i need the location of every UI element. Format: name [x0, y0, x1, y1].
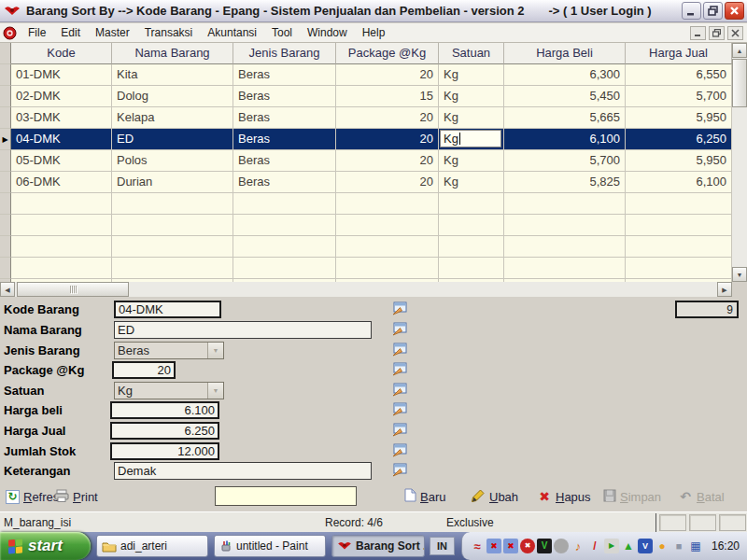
satuan-combobox[interactable]: Kg▼ — [114, 382, 224, 399]
shield-v-icon[interactable]: V — [638, 539, 653, 553]
form-zoom-icon[interactable] — [392, 343, 408, 357]
menu-item-edit[interactable]: Edit — [53, 24, 88, 41]
minimize-button[interactable] — [682, 2, 701, 20]
horizontal-scrollbar[interactable]: ◀ ▶ — [0, 282, 732, 297]
horizontal-scroll-thumb[interactable] — [17, 282, 129, 297]
menu-item-help[interactable]: Help — [355, 24, 393, 41]
column-header-kode[interactable]: Kode — [11, 43, 112, 64]
grid-cell[interactable]: Beras — [233, 150, 336, 172]
grid-empty-cell[interactable] — [112, 236, 233, 258]
filter-input[interactable] — [215, 486, 357, 506]
grid-cell[interactable]: 5,950 — [626, 107, 732, 129]
security-alert-icon[interactable]: ✖ — [520, 539, 535, 553]
grid-cell[interactable]: 02-DMK — [11, 86, 112, 107]
print-button[interactable]: Print — [54, 487, 98, 506]
grid-cell[interactable]: Beras — [233, 129, 336, 150]
taskbar-task-untitled-paint[interactable]: untitled - Paint — [214, 535, 326, 557]
start-button[interactable]: start — [0, 532, 91, 560]
grid-cell[interactable]: 6,100 — [504, 129, 626, 150]
form-zoom-icon[interactable] — [392, 322, 408, 337]
muted-device-icon[interactable] — [554, 539, 569, 553]
network-offline-icon[interactable]: ✖ — [486, 539, 501, 553]
grid-cell[interactable]: Polos — [112, 150, 233, 172]
grid-cell[interactable]: 20 — [336, 107, 439, 129]
grid-empty-cell[interactable] — [439, 236, 504, 258]
grid-cell[interactable]: Kg — [439, 172, 504, 193]
ubah-button[interactable]: Ubah — [472, 487, 518, 506]
form-zoom-icon[interactable] — [392, 301, 408, 316]
grid-empty-cell[interactable] — [439, 215, 504, 236]
grid-cell[interactable]: Kg — [439, 107, 504, 129]
vertical-scrollbar[interactable]: ▲ ▼ — [732, 43, 747, 282]
hapus-button[interactable]: ✖Hapus — [537, 487, 591, 506]
grid-empty-cell[interactable] — [626, 215, 732, 236]
mdi-restore-icon[interactable] — [709, 26, 725, 40]
scheduler-icon[interactable]: ▦ — [688, 539, 703, 553]
grid-cell[interactable]: 5,665 — [504, 107, 626, 129]
grid-empty-cell[interactable] — [112, 258, 233, 279]
grid-cell[interactable]: Beras — [233, 107, 336, 129]
form-zoom-icon[interactable] — [392, 443, 408, 458]
menu-item-transaksi[interactable]: Transaksi — [137, 24, 201, 41]
grid-cell[interactable]: 05-DMK — [11, 150, 112, 172]
scroll-right-icon[interactable]: ▶ — [717, 282, 732, 297]
antivirus-icon[interactable]: V — [537, 539, 552, 553]
grid-empty-cell[interactable] — [112, 193, 233, 215]
package-kg-input[interactable]: 20 — [112, 361, 176, 379]
grid-cell[interactable]: Kg — [439, 86, 504, 107]
grid-cell[interactable]: Beras — [233, 64, 336, 86]
form-zoom-icon[interactable] — [392, 463, 408, 478]
column-header-package-kg[interactable]: Package @Kg — [336, 43, 439, 64]
grid-cell[interactable]: 20 — [336, 129, 439, 150]
grid-empty-cell[interactable] — [504, 236, 626, 258]
grid-cell[interactable]: 5,700 — [504, 150, 626, 172]
grid-cell[interactable]: Kg — [439, 64, 504, 86]
chevron-down-icon[interactable]: ▼ — [207, 343, 223, 358]
grid-cell[interactable]: 5,700 — [626, 86, 732, 107]
grid-empty-cell[interactable] — [112, 215, 233, 236]
scroll-left-icon[interactable]: ◀ — [0, 282, 15, 297]
display-settings-icon[interactable]: ■ — [671, 539, 686, 553]
menu-item-akuntansi[interactable]: Akuntansi — [200, 24, 264, 41]
grid-empty-cell[interactable] — [11, 236, 112, 258]
grid-empty-cell[interactable] — [439, 193, 504, 215]
keterangan-input[interactable]: Demak — [114, 462, 372, 480]
menu-item-master[interactable]: Master — [88, 24, 137, 41]
grid-empty-cell[interactable] — [504, 258, 626, 279]
harga-jual-input[interactable]: 6.250 — [110, 422, 219, 440]
grid-empty-cell[interactable] — [11, 193, 112, 215]
scroll-up-icon[interactable]: ▲ — [732, 43, 747, 58]
form-zoom-icon[interactable] — [392, 423, 408, 438]
grid-cell[interactable]: Beras — [233, 172, 336, 193]
column-header-jenis-barang[interactable]: Jenis Barang — [233, 43, 336, 64]
grid-empty-cell[interactable] — [233, 215, 336, 236]
grid-cell[interactable]: 15 — [336, 86, 439, 107]
grid-cell[interactable]: 5,450 — [504, 86, 626, 107]
grid-empty-cell[interactable] — [626, 193, 732, 215]
grid-empty-cell[interactable] — [233, 193, 336, 215]
pen-recorder-icon[interactable]: / — [587, 539, 602, 553]
menu-item-window[interactable]: Window — [300, 24, 355, 41]
grid-cell[interactable]: Kelapa — [112, 107, 233, 129]
grid-cell[interactable]: Beras — [233, 86, 336, 107]
vertical-scroll-thumb[interactable] — [732, 59, 747, 107]
grid-empty-cell[interactable] — [11, 258, 112, 279]
taskbar-task-adi-arteri[interactable]: adi_arteri — [96, 535, 208, 557]
grid-cell[interactable]: 6,100 — [626, 172, 732, 193]
grid-cell[interactable]: 6,550 — [626, 64, 732, 86]
network-offline-2-icon[interactable]: ✖ — [503, 539, 518, 553]
form-zoom-icon[interactable] — [392, 362, 408, 377]
grid-empty-cell[interactable] — [233, 236, 336, 258]
column-header-satuan[interactable]: Satuan — [439, 43, 504, 64]
mdi-minimize-icon[interactable] — [690, 26, 706, 40]
grid-cell[interactable]: 5,825 — [504, 172, 626, 193]
grid-empty-cell[interactable] — [336, 236, 439, 258]
grid-empty-cell[interactable] — [336, 193, 439, 215]
form-zoom-icon[interactable] — [392, 383, 408, 398]
grid-cell[interactable]: 01-DMK — [11, 64, 112, 86]
grid-empty-cell[interactable] — [439, 258, 504, 279]
grid-empty-cell[interactable] — [233, 258, 336, 279]
column-header-harga-jual[interactable]: Harga Jual — [626, 43, 732, 64]
mdi-close-icon[interactable] — [727, 26, 743, 40]
updater-icon[interactable]: ▲ — [621, 539, 636, 553]
